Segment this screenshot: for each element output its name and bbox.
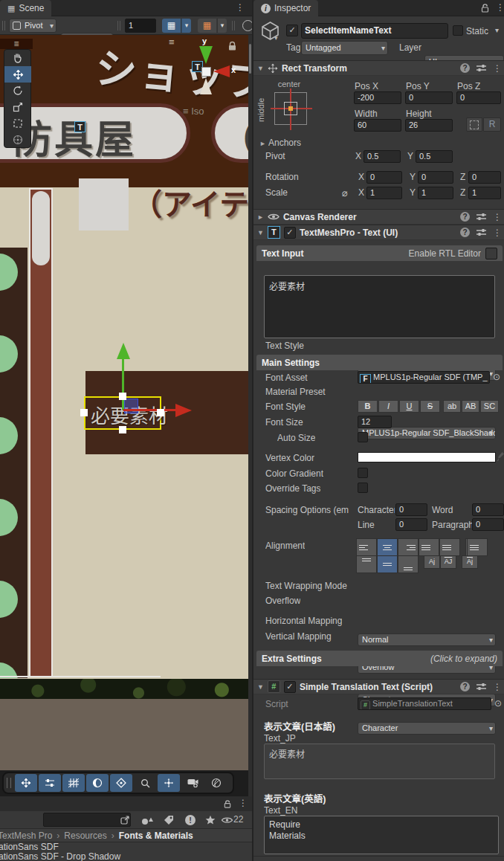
raw-edit-button[interactable]: R: [483, 117, 501, 132]
game-scrollbar-track[interactable]: [29, 188, 53, 677]
transform-tool-button[interactable]: [4, 132, 31, 148]
asset-list-item[interactable]: ationSans SDF - Drop Shadow: [0, 852, 252, 861]
align-baseline-button[interactable]: Aj: [424, 555, 440, 569]
help-icon[interactable]: ?: [460, 682, 470, 691]
static-checkbox[interactable]: [453, 25, 463, 36]
presets-icon[interactable]: [476, 64, 486, 72]
scale-tool-button[interactable]: [4, 99, 31, 115]
overlay-move-tool-button[interactable]: [15, 774, 37, 792]
globe-tool-icon[interactable]: [242, 20, 252, 31]
foldout-icon[interactable]: ►: [257, 213, 264, 221]
overlay-grid-button[interactable]: [62, 774, 85, 792]
vertical-mapping-dropdown[interactable]: Character: [358, 722, 496, 735]
pivot-x-input[interactable]: 0.5: [364, 150, 401, 163]
presets-icon[interactable]: [476, 228, 486, 236]
rotation-y-input[interactable]: 0: [418, 171, 453, 184]
tmp-text-area[interactable]: 必要素材: [264, 275, 495, 338]
script-enabled-checkbox[interactable]: [284, 681, 296, 693]
breadcrumb-leaf[interactable]: Fonts & Materials: [119, 831, 193, 841]
overlay-gizmos-button[interactable]: [110, 774, 132, 792]
foldout-icon[interactable]: ▼: [257, 229, 264, 236]
gameobject-icon-caret[interactable]: ▾: [274, 34, 278, 42]
scene-viewport[interactable]: ≡ ≡ ショップ y x 防具屋 （ア ≡ Iso: [0, 35, 252, 796]
tag-dropdown[interactable]: Untagged: [301, 41, 388, 55]
rotate-tool-button[interactable]: [4, 83, 31, 99]
font-asset-field[interactable]: MPLUS1p-Regular SDF (TMP_: [358, 371, 490, 384]
main-settings-bar[interactable]: Main Settings: [256, 355, 503, 370]
color-gradient-checkbox[interactable]: [358, 468, 368, 478]
rect-transform-header[interactable]: ▼ Rect Transform ? ⋮: [253, 60, 504, 76]
vertex-color-swatch[interactable]: [358, 452, 496, 462]
toolbar-drag-handle[interactable]: [2, 21, 5, 30]
width-input[interactable]: 60: [354, 119, 401, 132]
align-left-button[interactable]: [356, 538, 377, 556]
component-menu-icon[interactable]: ⋮: [493, 683, 502, 691]
lowercase-button[interactable]: ab: [443, 400, 461, 413]
object-picker-icon[interactable]: ⊙: [494, 698, 502, 709]
tab-scene[interactable]: ▦ Scene: [0, 0, 51, 16]
line-spacing-input[interactable]: 0: [395, 518, 427, 531]
overlay-camera-button[interactable]: [181, 774, 204, 792]
scene-scrollbar-thumb[interactable]: [249, 44, 251, 74]
align-right-button[interactable]: [398, 538, 419, 556]
align-center-button[interactable]: [377, 538, 398, 556]
overlay-shading-button[interactable]: [86, 774, 109, 792]
gizmo-x-axis[interactable]: [123, 409, 177, 411]
presets-icon[interactable]: [476, 213, 486, 221]
uppercase-button[interactable]: AB: [462, 400, 479, 413]
align-flush-button[interactable]: [439, 538, 460, 556]
overlay-search-button[interactable]: [134, 774, 156, 792]
inspector-menu-icon[interactable]: ⋮: [496, 3, 504, 12]
pivot-dropdown[interactable]: Pivot: [9, 19, 56, 33]
rtl-checkbox[interactable]: [485, 248, 497, 259]
label-filter-icon[interactable]: [164, 815, 174, 825]
grid-size-input[interactable]: 1: [125, 19, 156, 33]
canvas-renderer-header[interactable]: ► Canvas Renderer ? ⋮: [253, 209, 504, 225]
component-menu-icon[interactable]: ⋮: [493, 213, 502, 222]
scale-z-input[interactable]: 1: [468, 187, 501, 199]
eyedropper-icon[interactable]: [497, 451, 504, 462]
override-tags-checkbox[interactable]: [358, 483, 368, 493]
scale-x-input[interactable]: 1: [366, 187, 402, 199]
eye-icon[interactable]: [222, 816, 233, 824]
pos-y-input[interactable]: 0: [405, 91, 453, 104]
game-scrollbar-thumb[interactable]: [32, 191, 50, 265]
selection-handle[interactable]: [80, 409, 88, 416]
move-tool-button[interactable]: [4, 66, 31, 83]
script-object-field[interactable]: SimpleTranslationText: [358, 697, 491, 710]
text-input-section-bar[interactable]: Text Input Enable RTL Editor: [256, 245, 503, 261]
foldout-icon[interactable]: ▼: [257, 683, 264, 691]
pivot-y-input[interactable]: 0.5: [416, 150, 453, 163]
lock-icon[interactable]: [480, 3, 490, 13]
static-caret[interactable]: ▾: [495, 26, 499, 34]
gameobject-active-checkbox[interactable]: [286, 25, 298, 36]
project-search-input[interactable]: [43, 813, 131, 827]
smallcaps-button[interactable]: SC: [480, 400, 499, 413]
anchors-label[interactable]: Anchors: [268, 138, 301, 148]
auto-size-checkbox[interactable]: [358, 432, 368, 442]
en-text-area[interactable]: Require Materials: [264, 816, 499, 854]
help-icon[interactable]: ?: [460, 228, 470, 237]
gizmo-center-handle[interactable]: [201, 67, 211, 77]
align-top-button[interactable]: [356, 555, 377, 573]
selection-handle[interactable]: [119, 393, 126, 400]
word-spacing-input[interactable]: 0: [472, 503, 504, 516]
favorites-icon[interactable]: [205, 815, 216, 825]
tmp-header[interactable]: ▼ TextMeshPro - Text (UI) ? ⋮: [253, 225, 504, 240]
scene-menu-icon[interactable]: ⋮: [236, 3, 245, 12]
blueprint-mode-button[interactable]: [466, 117, 482, 132]
strikethrough-button[interactable]: S: [420, 400, 440, 413]
overlay-view-options-button[interactable]: [39, 774, 61, 792]
height-input[interactable]: 26: [405, 119, 453, 132]
pos-x-input[interactable]: -200: [354, 91, 401, 104]
gizmo-y-cone[interactable]: [117, 343, 130, 359]
align-capline-button[interactable]: Aj: [462, 555, 478, 569]
presets-icon[interactable]: [476, 683, 486, 691]
pos-z-input[interactable]: 0: [456, 91, 501, 104]
component-menu-icon[interactable]: ⋮: [493, 64, 502, 73]
tab-inspector[interactable]: i Inspector: [253, 0, 318, 16]
snap-button[interactable]: ▦: [198, 19, 216, 33]
rotation-z-input[interactable]: 0: [468, 171, 501, 184]
object-picker-icon[interactable]: ⊙: [493, 372, 500, 383]
bold-button[interactable]: B: [358, 400, 378, 413]
